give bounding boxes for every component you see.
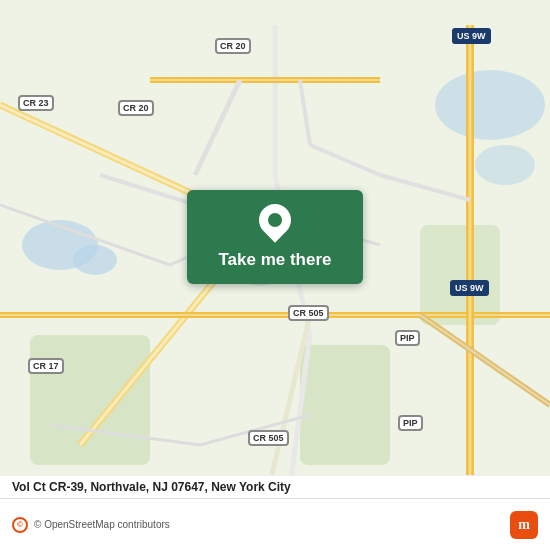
osm-attribution-text: © OpenStreetMap contributors: [34, 519, 170, 530]
road-badge-cr17: CR 17: [28, 358, 64, 374]
svg-rect-5: [300, 345, 390, 465]
svg-point-2: [435, 70, 545, 140]
svg-rect-6: [420, 225, 500, 325]
svg-line-23: [380, 175, 470, 200]
moovit-icon: m: [510, 511, 538, 539]
road-badge-us9w-top: US 9W: [452, 28, 491, 44]
road-badge-cr505-bot: CR 505: [248, 430, 289, 446]
road-badge-cr23: CR 23: [18, 95, 54, 111]
svg-point-1: [73, 245, 117, 275]
address-bar: Vol Ct CR-39, Northvale, NJ 07647, New Y…: [0, 475, 550, 498]
svg-line-22: [310, 145, 380, 175]
road-badge-pip-top: PIP: [395, 330, 420, 346]
svg-line-20: [195, 80, 240, 175]
road-badge-cr20-top: CR 20: [215, 38, 251, 54]
take-me-there-label: Take me there: [218, 250, 331, 270]
osm-logo-icon: ©: [12, 517, 28, 533]
road-badge-pip-bot: PIP: [398, 415, 423, 431]
bottom-bar: © © OpenStreetMap contributors m: [0, 498, 550, 550]
map-container: CR 23 CR 20 CR 20 US 9W US 9W US 9W CR 5…: [0, 0, 550, 550]
road-badge-us9w-mid: US 9W: [450, 280, 489, 296]
take-me-there-button[interactable]: Take me there: [187, 190, 363, 284]
moovit-m-letter: m: [518, 517, 530, 533]
road-badge-cr505-mid: CR 505: [288, 305, 329, 321]
svg-rect-4: [30, 335, 150, 465]
road-badge-cr20-left: CR 20: [118, 100, 154, 116]
svg-point-3: [475, 145, 535, 185]
moovit-logo: m: [510, 511, 538, 539]
svg-line-25: [420, 315, 550, 405]
address-text: Vol Ct CR-39, Northvale, NJ 07647, New Y…: [12, 480, 291, 494]
location-pin-icon: [257, 204, 293, 240]
svg-line-21: [300, 80, 310, 145]
osm-attribution: © © OpenStreetMap contributors: [12, 517, 170, 533]
